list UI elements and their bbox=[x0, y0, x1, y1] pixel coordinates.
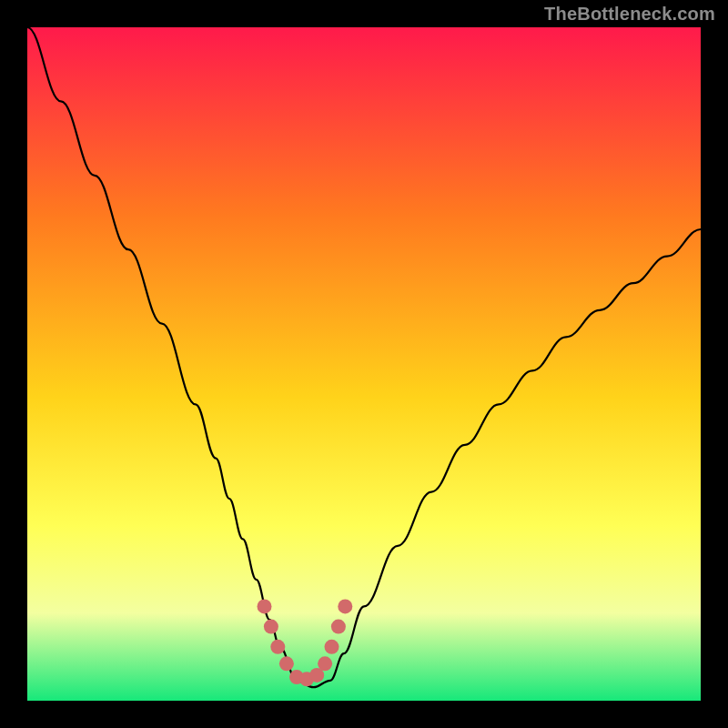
gradient-plot-area bbox=[27, 27, 701, 701]
optimal-zone-dot bbox=[331, 620, 346, 634]
optimal-zone-dot bbox=[258, 599, 272, 613]
optimal-zone-dot bbox=[270, 640, 285, 654]
optimal-zone-dot bbox=[264, 620, 278, 634]
bottleneck-chart bbox=[0, 0, 728, 728]
optimal-zone-dot bbox=[318, 656, 332, 671]
optimal-zone-dot bbox=[325, 640, 339, 654]
optimal-zone-dot bbox=[279, 656, 294, 671]
optimal-zone-dot bbox=[338, 599, 352, 613]
watermark-text: TheBottleneck.com bbox=[544, 4, 715, 25]
